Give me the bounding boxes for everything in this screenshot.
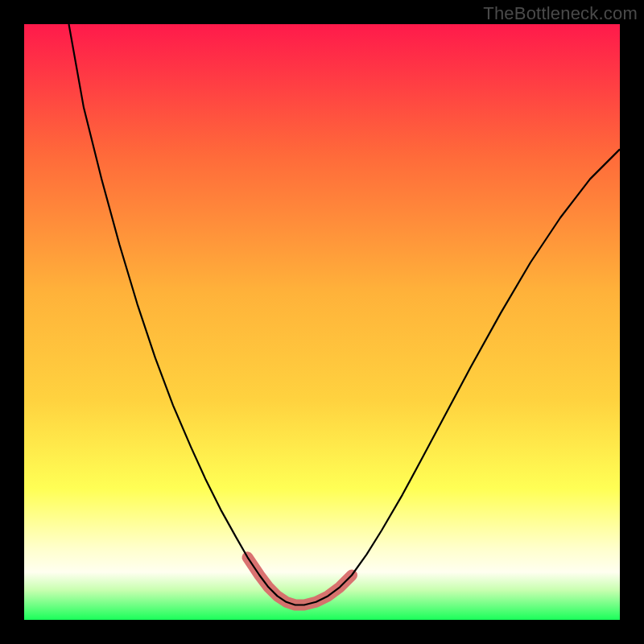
plot-area bbox=[24, 24, 620, 620]
chart-frame: TheBottleneck.com bbox=[0, 0, 644, 644]
gradient-background bbox=[24, 24, 620, 620]
bottleneck-chart bbox=[24, 24, 620, 620]
watermark-text: TheBottleneck.com bbox=[483, 3, 638, 24]
